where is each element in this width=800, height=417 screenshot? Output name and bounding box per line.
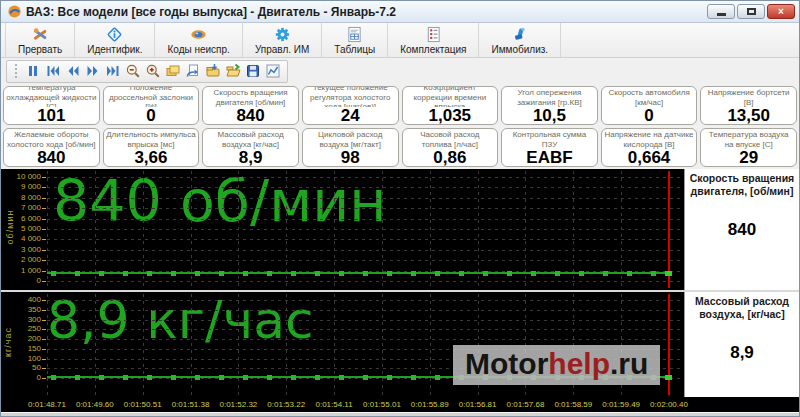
time-axis-label: 0:01:56.81 <box>459 400 497 409</box>
y-tick-mark <box>42 329 46 330</box>
toolbar-button-fault-codes[interactable]: Коды неиспр. <box>155 23 242 57</box>
toolbar-button-actuator-control[interactable]: Управл. ИМ <box>243 23 322 57</box>
toolbar-button-label: Прервать <box>18 44 62 55</box>
time-axis-label: 0:02:00.40 <box>650 400 688 409</box>
titlebar: ВАЗ: Все модели [все годы выпуска] - Дви… <box>1 1 799 23</box>
time-axis-label: 0:01:53.22 <box>267 400 305 409</box>
maximize-button[interactable] <box>737 4 765 19</box>
toolbar-button-label: Коды неиспр. <box>167 44 229 55</box>
toolbar-button-equipment[interactable]: Комплектация <box>388 23 479 57</box>
watermark-part2: help <box>548 347 610 380</box>
data-point-marker <box>171 271 176 276</box>
folder-open-button[interactable] <box>224 63 241 80</box>
toolbar-button-tables[interactable]: Таблицы <box>322 23 388 57</box>
y-tick-label: 8 000 <box>3 194 41 202</box>
grid-line-vertical <box>525 171 526 288</box>
grid-line-vertical <box>382 171 383 288</box>
y-tick-mark <box>42 378 46 379</box>
parameter-panel: Температура охлаждающей жидкости [С]101 <box>3 86 100 125</box>
y-tick-mark <box>42 177 46 178</box>
y-tick-label: 6 000 <box>3 215 41 223</box>
y-tick-mark <box>42 281 46 282</box>
zoom-out-button[interactable] <box>124 63 141 80</box>
parameter-value: 1,035 <box>429 107 472 124</box>
data-point-marker <box>531 271 536 276</box>
y-tick-label: 100 <box>3 355 41 363</box>
folder-in-icon <box>205 63 221 79</box>
parameter-value: 10,5 <box>533 107 566 124</box>
grid-line-vertical <box>191 294 192 395</box>
parameter-label: Скорость автомобиля [км/час] <box>602 87 697 107</box>
parameter-panel: Скорость автомобиля [км/час]0 <box>601 86 698 125</box>
parameter-value: 3,66 <box>134 149 167 166</box>
skip-start-button[interactable] <box>44 63 61 80</box>
toolbar-button-label: Комплектация <box>400 44 466 55</box>
parameter-value: 24 <box>341 107 360 124</box>
graph-button[interactable] <box>264 63 281 80</box>
data-point-marker <box>123 375 128 380</box>
data-point-marker <box>603 271 608 276</box>
equipment-icon <box>425 26 442 43</box>
data-point-marker <box>219 271 224 276</box>
data-point-marker <box>267 375 272 380</box>
time-axis-label: 0:01:57.68 <box>507 400 545 409</box>
parameter-label: Массовый расход воздуха [кг/час] <box>203 129 298 149</box>
data-point-marker <box>411 271 416 276</box>
step-forward-button[interactable] <box>84 63 101 80</box>
fault-codes-icon <box>190 26 207 43</box>
step-back-button[interactable] <box>64 63 81 80</box>
parameter-panel: Напряжение бортсети [В]13,50 <box>700 86 797 125</box>
y-tick-label: 3 000 <box>3 246 41 254</box>
parameter-panel: Скорость вращения двигателя [об/мин]840 <box>202 86 299 125</box>
airflow-info-panel: Массовый расход воздуха, [кг/час] 8,9 <box>684 292 799 397</box>
toolbar-button-label: Таблицы <box>334 44 375 55</box>
save-button[interactable] <box>244 63 261 80</box>
parameter-label: Напряжение бортсети [В] <box>701 87 796 107</box>
parameter-panel: Длительность импульса впрыска [мс]3,66 <box>103 128 200 167</box>
toolbar-button-identify[interactable]: Идентифик. <box>75 23 155 57</box>
parameter-label: Длительность импульса впрыска [мс] <box>104 129 199 149</box>
parameter-value: 840 <box>37 149 65 166</box>
y-tick-mark <box>42 187 46 188</box>
rpm-chart-plot[interactable]: об/мин 840 об/мин 10 0009 0008 0007 0006… <box>1 169 684 290</box>
data-point-marker <box>147 375 152 380</box>
zoom-in-button[interactable] <box>144 63 161 80</box>
minimize-button[interactable] <box>707 4 735 19</box>
y-tick-label: 350 <box>3 306 41 314</box>
data-point-marker <box>195 375 200 380</box>
parameter-panel: Текущее положение регулятора холостого х… <box>302 86 399 125</box>
data-point-marker <box>363 375 368 380</box>
main-toolbar: ПрерватьИдентифик.Коды неиспр.Управл. ИМ… <box>1 23 799 58</box>
actuator-control-icon <box>274 26 291 43</box>
data-point-marker <box>483 271 488 276</box>
parameter-label: Температура охлаждающей жидкости [С] <box>4 87 99 107</box>
parameter-value: 8,9 <box>239 149 263 166</box>
toolbar-button-immobilizer[interactable]: Иммобилиз. <box>479 23 561 57</box>
copy-button[interactable] <box>164 63 181 80</box>
grid-line-vertical <box>334 294 335 395</box>
y-tick-label: 0 <box>3 374 41 382</box>
rpm-info-panel: Скорость вращения двигателя, [об/мин] 84… <box>684 169 799 290</box>
data-point-marker <box>99 375 104 380</box>
toolbar-button-abort[interactable]: Прервать <box>5 23 75 57</box>
pause-button[interactable] <box>24 63 41 80</box>
parameter-label: Угол опережения зажигания [гр.КВ] <box>502 87 597 107</box>
close-button[interactable]: × <box>767 4 795 19</box>
y-tick-label: 200 <box>3 335 41 343</box>
rpm-overlay-value: 840 об/мин <box>53 173 386 230</box>
y-tick-mark <box>42 310 46 311</box>
identify-icon <box>106 26 123 43</box>
skip-end-button[interactable] <box>104 63 121 80</box>
data-point-marker <box>363 271 368 276</box>
toolbar-button-label: Идентифик. <box>87 44 142 55</box>
data-point-marker <box>555 271 560 276</box>
y-tick-label: 10 000 <box>3 173 41 181</box>
undo-button[interactable] <box>184 63 201 80</box>
data-point-marker <box>315 375 320 380</box>
data-point-marker <box>435 271 440 276</box>
y-tick-mark <box>42 320 46 321</box>
folder-in-button[interactable] <box>204 63 221 80</box>
grid-line-vertical <box>382 294 383 395</box>
parameter-panel: Коэффициент коррекции времени впрыска1,0… <box>402 86 499 125</box>
parameter-value: 98 <box>341 149 360 166</box>
